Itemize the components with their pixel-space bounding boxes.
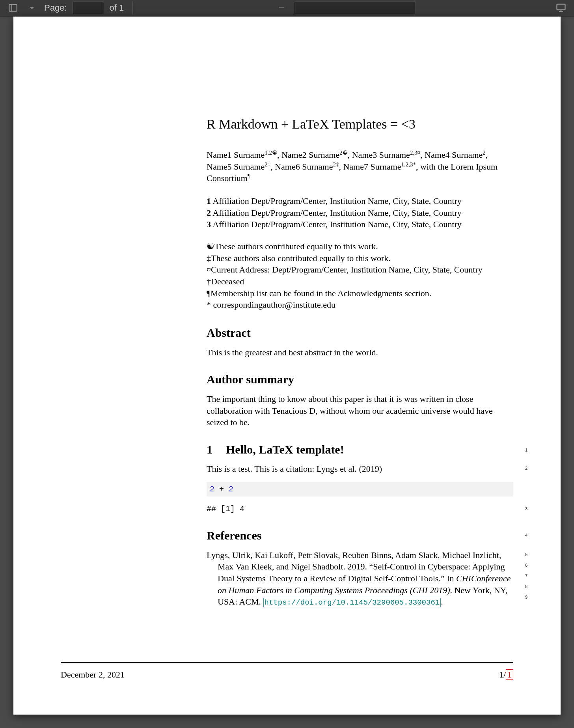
author-sup: 2‡ [265, 161, 270, 167]
author-sup: 2,3¤ [410, 149, 420, 156]
author-sup: 2☯ [339, 149, 347, 156]
line-number: 6 [525, 562, 527, 568]
page-number-input[interactable] [73, 2, 104, 14]
line-number: 8 [525, 584, 527, 590]
affiliation-line: 1 Affiliation Dept/Program/Center, Insti… [207, 195, 513, 207]
author-notes: ☯These authors contributed equally to th… [207, 241, 513, 311]
consortium-sup: ¶ [248, 173, 250, 179]
zoom-level-input[interactable] [294, 2, 416, 14]
svg-rect-0 [9, 4, 17, 11]
toolbar-divider [132, 1, 133, 15]
reference-entry: Lyngs, Ulrik, Kai Lukoff, Petr Slovak, R… [207, 549, 513, 608]
section-1-body: This is a test. This is a citation: Lyng… [207, 463, 513, 475]
note-line: †Deceased [207, 276, 513, 287]
note-line: ‡These authors also contributed equally … [207, 252, 513, 264]
author-summary-text: The important thing to know about this p… [207, 393, 513, 428]
paper-title: R Markdown + LaTeX Templates = <3 [207, 115, 513, 133]
section-1-heading: 1Hello, LaTeX template! [207, 442, 513, 458]
footer-rule [61, 662, 513, 663]
line-number: 2 [525, 465, 527, 471]
affiliation-block: 1 Affiliation Dept/Program/Center, Insti… [207, 195, 513, 230]
line-number: 3 [525, 506, 527, 512]
affiliation-num: 2 [207, 208, 211, 218]
page-total-link[interactable]: 1 [506, 669, 513, 680]
svg-rect-3 [557, 4, 565, 10]
abstract-text: This is the greatest and best abstract i… [207, 347, 513, 358]
code-output: ## [1] 4 [207, 504, 513, 514]
code-op: + [214, 485, 229, 494]
page-footer: December 2, 2021 1/1 [61, 669, 513, 681]
line-number: 9 [525, 594, 527, 600]
code-number: 2 [229, 485, 233, 494]
author: Name7 Surname [343, 162, 401, 172]
note-line: * correspondingauthor@institute.edu [207, 299, 513, 311]
line-number: 5 [525, 552, 527, 558]
page-current: 1/ [499, 670, 506, 679]
code-number: 2 [210, 485, 214, 494]
line-number: 4 [525, 532, 527, 538]
reference-end: . [441, 597, 443, 607]
affiliation-num: 1 [207, 196, 211, 206]
document-content: R Markdown + LaTeX Templates = <3 Name1 … [207, 115, 513, 608]
page-of-label: of 1 [110, 3, 124, 13]
affiliation-line: 2 Affiliation Dept/Program/Center, Insti… [207, 207, 513, 219]
author: Name6 Surname [275, 162, 333, 172]
section-title: Hello, LaTeX template! [226, 443, 344, 456]
affiliation-text: Affiliation Dept/Program/Center, Institu… [211, 196, 462, 206]
note-line: ¶Membership list can be found in the Ack… [207, 287, 513, 299]
affiliation-text: Affiliation Dept/Program/Center, Institu… [211, 219, 462, 229]
note-line: ¤Current Address: Dept/Program/Center, I… [207, 264, 513, 276]
sidebar-toggle-icon[interactable] [6, 1, 20, 15]
affiliation-text: Affiliation Dept/Program/Center, Institu… [211, 208, 462, 218]
author-summary-heading: Author summary [207, 371, 513, 388]
affiliation-num: 3 [207, 219, 211, 229]
author-sup: 1,2,3* [401, 161, 416, 167]
note-line: ☯These authors contributed equally to th… [207, 241, 513, 252]
line-number: 7 [525, 573, 527, 579]
author: Name4 Surname [425, 150, 483, 160]
author-list: Name1 Surname1,2☯, Name2 Surname2☯, Name… [207, 149, 513, 184]
pdf-viewer-toolbar: Page: of 1 [0, 0, 574, 17]
references-heading: References [207, 528, 513, 544]
footer-page: 1/1 [499, 669, 513, 681]
chevron-down-icon[interactable] [25, 1, 39, 15]
footer-date: December 2, 2021 [61, 669, 125, 681]
author: Name1 Surname [207, 150, 265, 160]
abstract-heading: Abstract [207, 325, 513, 341]
svg-rect-2 [279, 7, 284, 8]
code-block: 2 + 2 [207, 482, 513, 497]
author-sup: 2 [483, 149, 485, 156]
section-number: 1 [207, 443, 212, 456]
zoom-out-icon[interactable] [275, 1, 288, 15]
reference-doi-link[interactable]: https://doi.org/10.1145/3290605.3300361 [263, 598, 441, 607]
author: Name3 Surname [352, 150, 410, 160]
affiliation-line: 3 Affiliation Dept/Program/Center, Insti… [207, 218, 513, 230]
author: Name5 Surname [207, 162, 265, 172]
pdf-page: R Markdown + LaTeX Templates = <3 Name1 … [13, 17, 561, 715]
presentation-icon[interactable] [554, 1, 568, 15]
line-number: 1 [525, 447, 527, 453]
viewer-stage: R Markdown + LaTeX Templates = <3 Name1 … [0, 17, 574, 728]
page-label: Page: [44, 3, 67, 13]
author-sup: 1,2☯ [265, 149, 277, 156]
author: Name2 Surname [281, 150, 339, 160]
author-sup: 2‡ [333, 161, 339, 167]
